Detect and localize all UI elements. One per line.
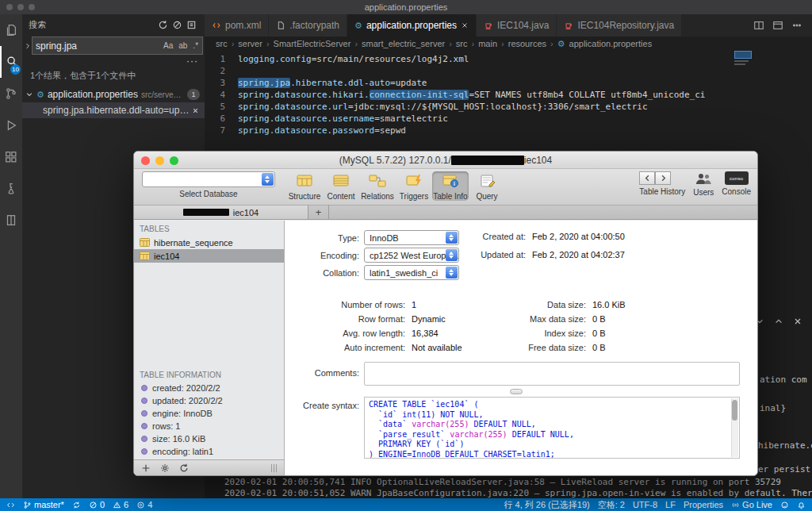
close-window-icon[interactable]: [6, 4, 13, 10]
eol-selector[interactable]: LF: [665, 500, 676, 509]
history-back-button[interactable]: [639, 171, 655, 185]
minimize-button[interactable]: [155, 156, 164, 165]
zoom-button[interactable]: [170, 156, 178, 165]
tab-pom-xml[interactable]: pom.xml: [205, 14, 269, 36]
add-table-icon[interactable]: [141, 463, 151, 473]
breadcrumb-item[interactable]: main: [478, 39, 497, 48]
code-line[interactable]: 5spring.datasource.url=jdbc:mysql://${MY…: [205, 101, 812, 113]
ports-indicator[interactable]: 4: [136, 500, 152, 509]
gear-icon[interactable]: [160, 463, 170, 473]
code-line[interactable]: 7spring.datasource.password=sepwd: [205, 125, 812, 136]
search-result-file[interactable]: ⚙ application.properties src/serve… 1: [22, 86, 205, 102]
breadcrumb-item[interactable]: server: [238, 39, 262, 48]
notifications-button[interactable]: [797, 501, 806, 509]
activity-item-search[interactable]: 10: [0, 46, 22, 78]
breadcrumb-item[interactable]: src: [456, 39, 468, 48]
match-case-toggle[interactable]: Aa: [162, 40, 174, 51]
problems-warnings[interactable]: 6: [113, 500, 128, 509]
panel-close-icon[interactable]: [793, 317, 802, 326]
toolbar-table-info-button[interactable]: Table Info: [432, 171, 469, 201]
file-encoding[interactable]: UTF-8: [633, 500, 657, 509]
go-live-button[interactable]: Go Live: [731, 500, 772, 509]
table-row-hibernate-sequence[interactable]: hibernate_sequence: [134, 236, 284, 249]
activity-item-explorer[interactable]: [0, 14, 22, 46]
console-button[interactable]: conso Console: [722, 171, 751, 196]
indentation[interactable]: 空格: 2: [598, 499, 625, 511]
breadcrumb-item[interactable]: application.properties: [569, 39, 653, 48]
code-line[interactable]: 6spring.datasource.username=smartelectri…: [205, 113, 812, 125]
activity-item-testing[interactable]: [0, 173, 22, 205]
toggle-replace-button[interactable]: [24, 42, 32, 50]
minimap[interactable]: [734, 51, 753, 65]
scrollbar[interactable]: [731, 398, 738, 457]
problems-errors[interactable]: 0: [89, 500, 105, 509]
add-tab-button[interactable]: +: [308, 206, 329, 219]
code-line[interactable]: 1logging.config=src/main/resources/log4j…: [205, 53, 812, 65]
relations-icon: [369, 174, 386, 188]
split-editor-icon[interactable]: [753, 20, 764, 31]
breadcrumb-item[interactable]: src: [216, 39, 228, 48]
panel-maximize-icon[interactable]: [774, 317, 783, 326]
combo-stepper-icon[interactable]: [262, 173, 274, 186]
close-tab-button[interactable]: [461, 21, 469, 29]
cursor-position[interactable]: 行 4, 列 26 (已选择19): [504, 499, 589, 511]
breadcrumb-item[interactable]: resources: [508, 39, 546, 48]
comments-textarea[interactable]: [364, 362, 740, 386]
toolbar-triggers-button[interactable]: Triggers: [396, 171, 432, 201]
activity-item-docs[interactable]: [0, 205, 22, 236]
history-forward-button[interactable]: [655, 171, 671, 185]
language-mode[interactable]: Properties: [684, 500, 723, 509]
layout-icon[interactable]: [772, 20, 783, 31]
search-match-row[interactable]: spring.jpa.hibernate.ddl-auto=up…: [22, 102, 205, 118]
search-input[interactable]: [33, 40, 162, 52]
structure-icon: [296, 174, 313, 188]
type-dropdown[interactable]: InnoDB: [364, 230, 459, 245]
table-row-iec104[interactable]: iec104: [134, 249, 284, 263]
open-search-editor-button[interactable]: [184, 17, 198, 32]
tab-iec104-java[interactable]: IEC104.java: [477, 14, 557, 36]
tab-factorypath[interactable]: .factorypath: [269, 14, 347, 36]
feedback-button[interactable]: [780, 501, 789, 509]
zoom-window-icon[interactable]: [29, 4, 35, 10]
git-branch-status[interactable]: master*: [23, 500, 64, 509]
whole-word-toggle[interactable]: ab: [177, 40, 189, 51]
activity-item-extensions[interactable]: [0, 141, 22, 173]
sync-button[interactable]: [72, 501, 81, 509]
users-button[interactable]: Users: [693, 171, 714, 197]
database-combobox[interactable]: [142, 171, 275, 187]
code-line[interactable]: 2: [205, 65, 812, 77]
database-tab[interactable]: iec104: [134, 206, 308, 219]
code-line[interactable]: 3spring.jpa.hibernate.ddl-auto=update: [205, 77, 812, 89]
code-editor[interactable]: 1logging.config=src/main/resources/log4j…: [205, 51, 812, 136]
tab-iec104repository-java[interactable]: IEC104Repository.java: [557, 14, 682, 36]
refresh-icon[interactable]: [179, 463, 189, 473]
refresh-search-button[interactable]: [155, 17, 170, 32]
toolbar-relations-button[interactable]: Relations: [359, 171, 396, 201]
create-syntax-box[interactable]: CREATE TABLE `iec104` ( `id` int(11) NOT…: [364, 397, 740, 459]
window-controls[interactable]: [6, 4, 35, 10]
activity-item-run-debug[interactable]: [0, 110, 22, 141]
regex-toggle[interactable]: .*: [191, 40, 200, 51]
splitter-handle[interactable]: [510, 389, 523, 394]
dialog-title-bar[interactable]: (MySQL 5.7.22) 127.0.0.1/iec104: [134, 152, 757, 169]
toolbar-content-button[interactable]: Content: [323, 171, 359, 201]
more-actions-icon[interactable]: [791, 20, 802, 31]
collation-dropdown[interactable]: latin1_swedish_ci: [364, 265, 459, 280]
minimize-window-icon[interactable]: [17, 4, 24, 10]
code-line[interactable]: 4spring.datasource.hikari.connection-ini…: [205, 89, 812, 101]
close-button[interactable]: [141, 156, 150, 165]
clear-results-button[interactable]: [170, 17, 184, 32]
search-badge: 10: [10, 64, 21, 75]
tab-application-properties[interactable]: ⚙application.properties: [347, 14, 477, 36]
search-details-toggle[interactable]: ···: [22, 55, 205, 67]
toolbar-structure-button[interactable]: Structure: [286, 171, 323, 201]
encoding-dropdown[interactable]: cp1252 West Europea…: [364, 248, 459, 263]
toolbar-query-button[interactable]: Query: [469, 171, 505, 201]
resize-grip[interactable]: [271, 464, 277, 472]
breadcrumb-item[interactable]: SmartElectricServer: [274, 39, 351, 48]
breadcrumb: src› server› SmartElectricServer› smart_…: [205, 36, 812, 51]
breadcrumb-item[interactable]: smart_electric_server: [362, 39, 445, 48]
remote-indicator[interactable]: [6, 501, 15, 509]
scrollbar-thumb[interactable]: [732, 400, 737, 421]
activity-item-source-control[interactable]: [0, 78, 22, 110]
